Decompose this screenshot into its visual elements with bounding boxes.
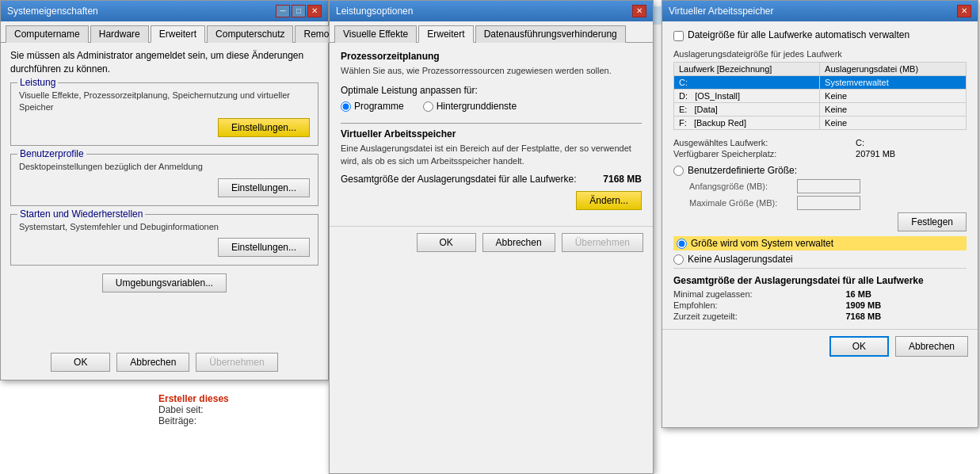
aendern-button[interactable]: Ändern... — [576, 191, 642, 210]
dlg3-footer: OK Abbrechen — [662, 329, 978, 363]
available-value: 20791 MB — [856, 149, 967, 159]
starten-section: Starten und Wiederherstellen Systemstart… — [10, 214, 318, 266]
drive-c-value: Systemverwaltet — [820, 76, 967, 90]
dlg2-titlebar: Leistungsoptionen ✕ — [330, 1, 653, 21]
dlg1-uebernehmen-button[interactable]: Übernehmen — [196, 353, 277, 372]
benutzer-einstellungen-button[interactable]: Einstellungen... — [218, 178, 310, 197]
anfang-input[interactable] — [797, 179, 860, 193]
radio-hintergrunddienste[interactable]: Hintergrunddienste — [423, 101, 517, 112]
max-row: Maximale Größe (MB): — [673, 196, 967, 210]
dlg1-titlebar: Systemeigenschaften ─ □ ✕ — [1, 1, 328, 21]
keine-auslagerung-radio[interactable] — [673, 254, 684, 265]
auto-checkbox[interactable] — [673, 31, 684, 41]
tab-hardware[interactable]: Hardware — [90, 25, 149, 43]
dlg1-tabs: Computername Hardware Erweitert Computer… — [1, 21, 328, 43]
aktuell-value: 7168 MB — [846, 312, 967, 321]
divider1 — [341, 123, 642, 124]
drive-row-c[interactable]: C: Systemverwaltet — [674, 76, 967, 90]
dlg1-title: Systemeigenschaften — [7, 6, 276, 17]
leistung-section: Leistung Visuelle Effekte, Prozessorzeit… — [10, 82, 318, 147]
minimal-value: 16 MB — [846, 289, 967, 299]
dlg1-footer: OK Abbrechen Übernehmen — [1, 345, 328, 380]
leistung-anpassen-label: Optimale Leistung anpassen für: — [341, 85, 642, 96]
drive-e-label: E: [Data] — [674, 103, 820, 117]
systemeigenschaften-dialog: Systemeigenschaften ─ □ ✕ Computername H… — [0, 0, 329, 380]
anfang-row: Anfangsgröße (MB): — [673, 179, 967, 193]
dlg3-title: Virtueller Arbeitsspeicher — [669, 6, 957, 17]
col-laufwerk: Laufwerk [Bezeichnung] — [674, 63, 820, 76]
prozessor-desc: Wählen Sie aus, wie Prozessorressourcen … — [341, 65, 642, 77]
empfohlen-value: 1909 MB — [846, 300, 967, 310]
dlg1-ok-button[interactable]: OK — [51, 353, 110, 372]
drive-f-label: F: [Backup Red] — [674, 117, 820, 130]
tab-computername[interactable]: Computername — [6, 25, 89, 43]
tab-computerschutz[interactable]: Computerschutz — [207, 25, 293, 43]
dlg2-close-button[interactable]: ✕ — [632, 5, 646, 17]
prozessor-title: Prozessorzeitplanung — [341, 51, 642, 62]
tab-visuelle-effekte[interactable]: Visuelle Effekte — [334, 25, 417, 43]
dlg1-content: Sie müssen als Administrator angemeldet … — [1, 43, 328, 305]
umgebungsvariablen-button[interactable]: Umgebungsvariablen... — [102, 273, 227, 292]
virt-total-value: 7168 MB — [603, 174, 642, 185]
keine-auslagerung-label: Keine Auslagerungsdatei — [688, 254, 793, 265]
benutzerdefiniert-label: Benutzerdefinierte Größe: — [688, 165, 797, 176]
dlg1-abbrechen-button[interactable]: Abbrechen — [116, 353, 189, 372]
radio-programme-input[interactable] — [341, 101, 351, 112]
system-verwaltet-row: Größe wird vom System verwaltet — [673, 236, 967, 250]
drive-e-value: Keine — [820, 103, 967, 117]
dlg1-close-button[interactable]: ✕ — [307, 5, 322, 17]
dlg3-titlebar: Virtueller Arbeitsspeicher ✕ — [662, 1, 978, 21]
leistung-label: Leistung — [17, 77, 58, 88]
radio-hintergrunddienste-input[interactable] — [423, 101, 433, 112]
starten-label: Starten und Wiederherstellen — [17, 208, 145, 220]
dlg1-maximize-button[interactable]: □ — [292, 5, 306, 17]
drive-row-e[interactable]: E: [Data] Keine — [674, 103, 967, 117]
tab-datenusfuehrung[interactable]: Datenausführungsverhinderung — [475, 25, 626, 43]
dabei-seit: Dabei seit: — [158, 404, 229, 415]
aktuell-label: Zurzeit zugeteilt: — [673, 312, 838, 321]
drive-d-value: Keine — [820, 90, 967, 103]
empfohlen-label: Empfohlen: — [673, 300, 838, 310]
dlg3-content: Dateigröße für alle Laufwerke automatisc… — [662, 21, 978, 329]
starten-einstellungen-button[interactable]: Einstellungen... — [218, 238, 310, 257]
max-input[interactable] — [797, 196, 860, 210]
virt-desc: Eine Auslagerungsdatei ist ein Bereich a… — [341, 143, 642, 167]
dlg3-abbrechen-button[interactable]: Abbrechen — [895, 336, 968, 357]
auto-checkbox-row: Dateigröße für alle Laufwerke automatisc… — [673, 29, 967, 41]
user-info: Ersteller dieses Dabei seit: Beiträge: — [158, 393, 229, 426]
user-role: Ersteller dieses — [158, 393, 229, 404]
dlg3-ok-button[interactable]: OK — [829, 336, 889, 357]
system-verwaltet-radio[interactable] — [677, 239, 687, 249]
dlg2-content: Prozessorzeitplanung Wählen Sie aus, wie… — [330, 43, 653, 226]
drive-row-d[interactable]: D: [OS_Install] Keine — [674, 90, 967, 103]
dlg2-abbrechen-button[interactable]: Abbrechen — [482, 233, 555, 252]
drive-table: Laufwerk [Bezeichnung] Auslagerungsdatei… — [673, 62, 967, 130]
radio-hintergrunddienste-label: Hintergrunddienste — [437, 101, 517, 112]
dlg2-ok-button[interactable]: OK — [417, 233, 476, 252]
available-label: Verfügbarer Speicherplatz: — [673, 149, 848, 159]
selected-drive-info: Ausgewähltes Laufwerk: C: Verfügbarer Sp… — [673, 138, 967, 159]
tab-dlg2-erweitert[interactable]: Erweitert — [418, 25, 473, 43]
tab-erweitert[interactable]: Erweitert — [151, 25, 205, 43]
benutzerdefiniert-row: Benutzerdefinierte Größe: — [673, 165, 967, 176]
auto-label: Dateigröße für alle Laufwerke automatisc… — [688, 29, 909, 40]
festlegen-button[interactable]: Festlegen — [898, 212, 967, 231]
col-auslagerung: Auslagerungsdatei (MB) — [820, 63, 967, 76]
leistungsoptionen-dialog: Leistungsoptionen ✕ Visuelle Effekte Erw… — [329, 0, 654, 474]
leistung-einstellungen-button[interactable]: Einstellungen... — [218, 118, 310, 137]
dlg2-tabs: Visuelle Effekte Erweitert Datenausführu… — [330, 21, 653, 43]
drive-d-label: D: [OS_Install] — [674, 90, 820, 103]
dlg2-footer: OK Abbrechen Übernehmen — [330, 226, 653, 258]
benutzerdefiniert-radio[interactable] — [673, 166, 684, 176]
dlg1-minimize-button[interactable]: ─ — [276, 5, 290, 17]
keine-auslagerung-row: Keine Auslagerungsdatei — [673, 254, 967, 265]
prozessor-radio-group: Programme Hintergrunddienste — [341, 101, 642, 112]
dlg3-close-button[interactable]: ✕ — [957, 5, 971, 17]
summary-title: Gesamtgröße der Auslagerungsdatei für al… — [673, 275, 967, 286]
summary-grid: Minimal zugelassen: 16 MB Empfohlen: 190… — [673, 289, 967, 321]
radio-programme[interactable]: Programme — [341, 101, 404, 112]
dlg2-uebernehmen-button[interactable]: Übernehmen — [562, 233, 643, 252]
sub-header: Auslagerungsdateigröße für jedes Laufwer… — [673, 49, 967, 59]
drive-row-f[interactable]: F: [Backup Red] Keine — [674, 117, 967, 130]
drive-c-label: C: — [674, 76, 820, 90]
